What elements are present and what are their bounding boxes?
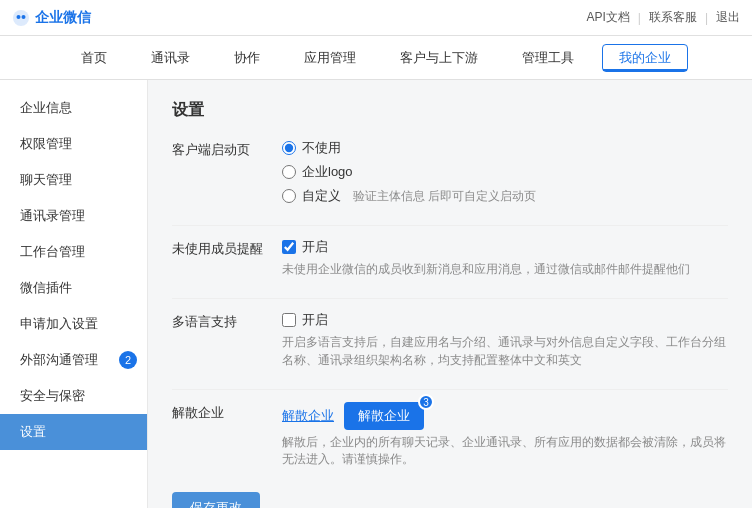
- multi-lang-checkbox-row: 开启: [282, 311, 728, 329]
- multi-lang-content: 开启 开启多语言支持后，自建应用名与介绍、通讯录与对外信息自定义字段、工作台分组…: [282, 311, 728, 369]
- sidebar-item-settings[interactable]: 设置: [0, 414, 147, 450]
- nav-item-apps[interactable]: 应用管理: [282, 36, 378, 80]
- top-bar: 企业微信 API文档 | 联系客服 | 退出: [0, 0, 752, 36]
- dissolve-link[interactable]: 解散企业: [282, 407, 334, 425]
- nav-item-home[interactable]: 首页: [59, 36, 129, 80]
- unused-member-section: 未使用成员提醒 开启 未使用企业微信的成员收到新消息和应用消息，通过微信或邮件邮…: [172, 238, 728, 278]
- save-section: 保存更改: [172, 488, 728, 508]
- main-nav: 首页 通讯录 协作 应用管理 客户与上下游 管理工具 我的企业: [0, 36, 752, 80]
- multi-lang-hint: 开启多语言支持后，自建应用名与介绍、通讯录与对外信息自定义字段、工作台分组名称、…: [282, 333, 728, 369]
- radio-no-use-input[interactable]: [282, 141, 296, 155]
- sidebar-item-chat[interactable]: 聊天管理: [0, 162, 147, 198]
- save-button[interactable]: 保存更改: [172, 492, 260, 508]
- client-startup-radio-group: 不使用 企业logo 自定义 验证主体信息 后即可自定义启动页: [282, 139, 728, 205]
- layout: 企业信息 权限管理 聊天管理 通讯录管理 工作台管理 微信插件 申请加入设置 外…: [0, 80, 752, 508]
- sidebar-item-wechat-plugin[interactable]: 微信插件: [0, 270, 147, 306]
- divider-2: [172, 298, 728, 299]
- sidebar-item-contacts-mgmt[interactable]: 通讯录管理: [0, 198, 147, 234]
- svg-point-0: [13, 10, 29, 26]
- main-content: 设置 客户端启动页 不使用 企业logo 自定义: [148, 80, 752, 508]
- contact-support-link[interactable]: 联系客服: [649, 9, 697, 26]
- radio-logo[interactable]: 企业logo: [282, 163, 728, 181]
- client-startup-content: 不使用 企业logo 自定义 验证主体信息 后即可自定义启动页: [282, 139, 728, 205]
- multi-lang-section: 多语言支持 开启 开启多语言支持后，自建应用名与介绍、通讯录与对外信息自定义字段…: [172, 311, 728, 369]
- sidebar-item-security[interactable]: 安全与保密: [0, 378, 147, 414]
- sidebar-item-permissions[interactable]: 权限管理: [0, 126, 147, 162]
- unused-member-content: 开启 未使用企业微信的成员收到新消息和应用消息，通过微信或邮件邮件提醒他们: [282, 238, 728, 278]
- external-comm-badge: 2: [119, 351, 137, 369]
- dissolve-label: 解散企业: [172, 402, 282, 468]
- dissolve-content: 解散企业 解散企业 3 解散后，企业内的所有聊天记录、企业通讯录、所有应用的数据…: [282, 402, 728, 468]
- nav-item-my-company[interactable]: 我的企业: [602, 44, 688, 72]
- unused-member-hint: 未使用企业微信的成员收到新消息和应用消息，通过微信或邮件邮件提醒他们: [282, 260, 728, 278]
- nav-item-collab[interactable]: 协作: [212, 36, 282, 80]
- radio-custom[interactable]: 自定义 验证主体信息 后即可自定义启动页: [282, 187, 728, 205]
- unused-member-checkbox[interactable]: [282, 240, 296, 254]
- radio-no-use[interactable]: 不使用: [282, 139, 728, 157]
- nav-item-contacts[interactable]: 通讯录: [129, 36, 212, 80]
- dissolve-section: 解散企业 解散企业 解散企业 3 解散后，企业内的所有聊天记录、企业通讯录、所有…: [172, 402, 728, 468]
- client-startup-label: 客户端启动页: [172, 139, 282, 205]
- logo-icon: [12, 9, 30, 27]
- page-title: 设置: [172, 100, 728, 121]
- logout-link[interactable]: 退出: [716, 9, 740, 26]
- divider-1: [172, 225, 728, 226]
- dissolve-row: 解散企业 解散企业 3: [282, 402, 728, 430]
- top-bar-links: API文档 | 联系客服 | 退出: [586, 9, 740, 26]
- multi-lang-label: 多语言支持: [172, 311, 282, 369]
- radio-custom-input[interactable]: [282, 189, 296, 203]
- sidebar-item-workbench[interactable]: 工作台管理: [0, 234, 147, 270]
- dissolve-hint: 解散后，企业内的所有聊天记录、企业通讯录、所有应用的数据都会被清除，成员将无法进…: [282, 434, 728, 468]
- dissolve-button[interactable]: 解散企业 3: [344, 402, 424, 430]
- sidebar-item-join-settings[interactable]: 申请加入设置: [0, 306, 147, 342]
- client-startup-section: 客户端启动页 不使用 企业logo 自定义 验证主体信息 后即可自定义启动页: [172, 139, 728, 205]
- custom-hint: 验证主体信息 后即可自定义启动页: [353, 188, 536, 205]
- dissolve-badge: 3: [418, 394, 434, 410]
- divider-3: [172, 389, 728, 390]
- svg-point-2: [22, 15, 26, 19]
- radio-logo-input[interactable]: [282, 165, 296, 179]
- api-doc-link[interactable]: API文档: [586, 9, 629, 26]
- nav-item-customers[interactable]: 客户与上下游: [378, 36, 500, 80]
- nav-item-tools[interactable]: 管理工具: [500, 36, 596, 80]
- svg-point-1: [17, 15, 21, 19]
- sidebar: 企业信息 权限管理 聊天管理 通讯录管理 工作台管理 微信插件 申请加入设置 外…: [0, 80, 148, 508]
- unused-member-label: 未使用成员提醒: [172, 238, 282, 278]
- multi-lang-checkbox[interactable]: [282, 313, 296, 327]
- sidebar-item-company-info[interactable]: 企业信息: [0, 90, 147, 126]
- unused-member-checkbox-row: 开启: [282, 238, 728, 256]
- sidebar-item-external-comm[interactable]: 外部沟通管理 2: [0, 342, 147, 378]
- logo: 企业微信: [12, 9, 91, 27]
